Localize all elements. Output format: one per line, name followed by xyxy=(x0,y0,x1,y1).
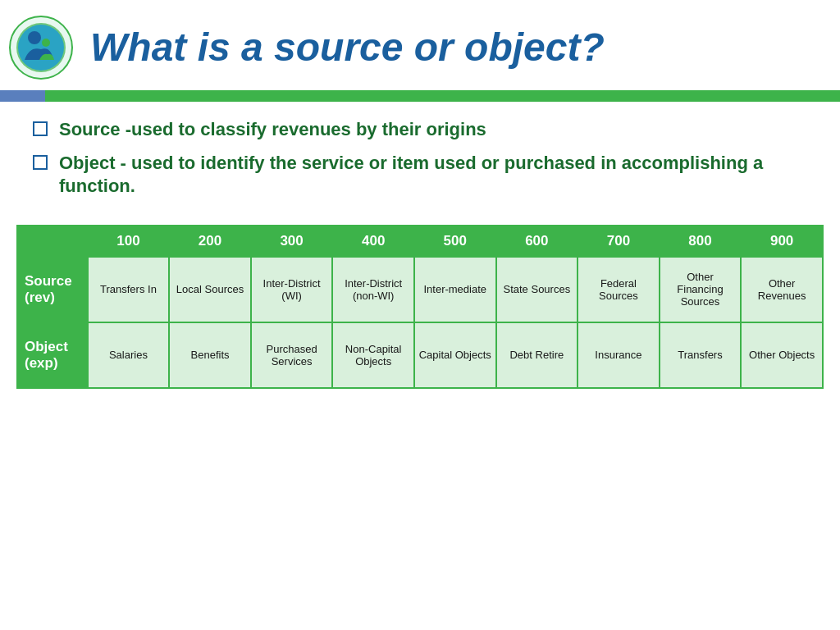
object-cell-300: Purchased Services xyxy=(251,322,333,388)
object-cell-100: Salaries xyxy=(88,322,170,388)
col-header-700: 700 xyxy=(578,226,660,257)
table-header-row: 100 200 300 400 500 600 700 800 900 xyxy=(17,226,823,257)
source-cell-900: Other Revenues xyxy=(741,257,823,322)
bullet-list: Source -used to classify revenues by the… xyxy=(0,102,840,221)
object-cell-600: Debt Retire xyxy=(496,322,578,388)
table-row-object: Object(exp) Salaries Benefits Purchased … xyxy=(17,322,823,388)
source-cell-500: Inter-mediate xyxy=(414,257,496,322)
bullet-text-1: Source -used to classify revenues by the… xyxy=(59,118,486,142)
svg-point-2 xyxy=(18,25,64,71)
col-header-900: 900 xyxy=(741,226,823,257)
page-title: What is a source or object? xyxy=(90,25,605,70)
source-cell-400: Inter-District (non-WI) xyxy=(332,257,414,322)
col-header-400: 400 xyxy=(332,226,414,257)
col-header-300: 300 xyxy=(251,226,333,257)
blue-accent-bar xyxy=(0,90,45,102)
logo-icon xyxy=(8,15,74,80)
col-header-200: 200 xyxy=(169,226,251,257)
source-cell-300: Inter-District (WI) xyxy=(251,257,333,322)
object-cell-200: Benefits xyxy=(169,322,251,388)
svg-point-4 xyxy=(42,39,50,47)
bullet-text-2: Object - used to identify the service or… xyxy=(59,152,807,199)
bullet-item-2: Object - used to identify the service or… xyxy=(33,152,807,199)
object-cell-800: Transfers xyxy=(660,322,742,388)
svg-point-3 xyxy=(28,31,41,44)
col-header-label xyxy=(17,226,88,257)
checkbox-icon-1 xyxy=(33,121,48,136)
decorative-bars xyxy=(0,90,840,102)
table-row-source: Source(rev) Transfers In Local Sources I… xyxy=(17,257,823,322)
col-header-600: 600 xyxy=(496,226,578,257)
row-label-source: Source(rev) xyxy=(17,257,88,322)
row-label-object: Object(exp) xyxy=(17,322,88,388)
col-header-100: 100 xyxy=(88,226,170,257)
object-cell-500: Capital Objects xyxy=(414,322,496,388)
source-cell-600: State Sources xyxy=(496,257,578,322)
source-object-table: 100 200 300 400 500 600 700 800 900 Sour… xyxy=(16,225,824,389)
data-table-section: 100 200 300 400 500 600 700 800 900 Sour… xyxy=(0,221,840,397)
source-cell-200: Local Sources xyxy=(169,257,251,322)
col-header-800: 800 xyxy=(660,226,742,257)
object-cell-700: Insurance xyxy=(578,322,660,388)
checkbox-icon-2 xyxy=(33,155,48,170)
green-accent-bar xyxy=(45,90,840,102)
source-cell-700: Federal Sources xyxy=(578,257,660,322)
col-header-500: 500 xyxy=(414,226,496,257)
object-cell-400: Non-Capital Objects xyxy=(332,322,414,388)
source-cell-100: Transfers In xyxy=(88,257,170,322)
bullet-item-1: Source -used to classify revenues by the… xyxy=(33,118,807,142)
page-header: What is a source or object? xyxy=(0,0,840,90)
object-cell-900: Other Objects xyxy=(741,322,823,388)
source-cell-800: Other Financing Sources xyxy=(660,257,742,322)
